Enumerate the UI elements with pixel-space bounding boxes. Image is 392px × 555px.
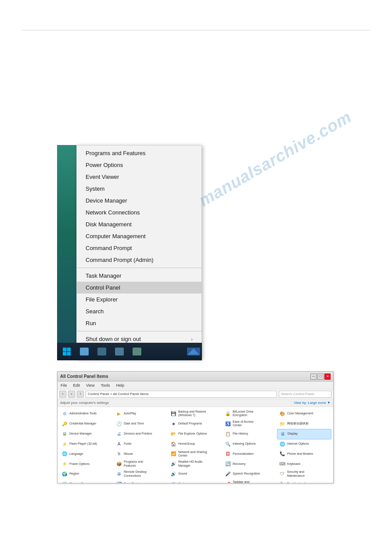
forward-button[interactable]: ›	[68, 391, 75, 398]
menu-item-task-manager[interactable]: Task Manager	[77, 270, 201, 282]
menu-item-label: Disk Management	[86, 221, 132, 228]
cp-window-title: All Control Panel Items	[60, 374, 108, 379]
cp-icon-item[interactable]: 🎨Color Management	[277, 409, 331, 419]
menu-item-run[interactable]: Run	[77, 317, 201, 329]
taskbar-btn-3[interactable]	[94, 345, 110, 359]
address-bar[interactable]: Control Panel > All Control Panel Items	[86, 391, 277, 398]
context-menu: Programs and FeaturesPower OptionsEvent …	[76, 145, 202, 359]
menu-item-power-options[interactable]: Power Options	[77, 159, 201, 171]
cp-subtitle-text: Adjust your computer's settings	[60, 401, 109, 405]
cp-icon-item[interactable]: 📌Taskbar and Navigation	[223, 479, 277, 483]
cp-icon-item[interactable]: 📁网络驱动器映射	[277, 419, 331, 429]
cp-icon-item[interactable]: AFonts	[114, 439, 168, 449]
cp-icon-item[interactable]: 🔒BitLocker Drive Encryption	[223, 409, 277, 419]
cp-icon-item[interactable]: 🔊Sound	[168, 469, 223, 479]
taskbar-btn-5[interactable]	[129, 345, 145, 359]
cp-icon-item[interactable]: ★Default Programs	[168, 419, 223, 429]
cp-icon-label: Device Manager	[69, 432, 92, 435]
cp-icon-item[interactable]: 🖱Mouse	[114, 449, 168, 459]
cp-icon-item[interactable]: 🔊Realtek HD Audio Manager	[168, 459, 223, 469]
cp-icon-item[interactable]: 🖼Personalization	[223, 449, 277, 459]
cp-icon: ⌨	[279, 461, 286, 468]
cp-icon: 🖥	[170, 480, 177, 483]
menu-item-label: Run	[86, 320, 96, 326]
cp-icon-item[interactable]: 🛡Security and Maintenance	[277, 469, 331, 479]
cp-icon-label: Administrative Tools	[69, 412, 97, 415]
cp-icon: ♿	[224, 420, 231, 427]
cp-icon-item[interactable]: 🌍Region	[59, 469, 114, 479]
search-box[interactable]: Search Control Panel	[279, 391, 331, 398]
menu-item-search[interactable]: Search	[77, 305, 201, 317]
cp-icon: ⚙	[61, 410, 68, 417]
cp-icon: 🕐	[115, 420, 122, 427]
menu-item-network-connections[interactable]: Network Connections	[77, 207, 201, 218]
menu-item-disk-management[interactable]: Disk Management	[77, 218, 201, 230]
cp-icon-item[interactable]: ⚙Administrative Tools	[59, 409, 114, 419]
menu-item-computer-management[interactable]: Computer Management	[77, 230, 201, 242]
cp-icon-label: AutoPlay	[124, 412, 136, 415]
menu-item-command-prompt-admin[interactable]: Command Prompt (Admin)	[77, 254, 201, 266]
menu-file[interactable]: File	[59, 383, 68, 388]
menu-item-control-panel[interactable]: Control Panel	[77, 282, 201, 294]
cp-icon-item[interactable]: ⚡Power Options	[59, 459, 114, 469]
menu-help[interactable]: Help	[115, 383, 126, 388]
taskbar-btn-6[interactable]	[187, 348, 200, 355]
menu-item-programs-and-features[interactable]: Programs and Features	[77, 147, 201, 159]
cp-icon-item[interactable]: 📦Programs and Features	[114, 459, 168, 469]
menu-item-system[interactable]: System	[77, 183, 201, 195]
cp-icon-item[interactable]: 🔧Troubleshooting	[277, 479, 331, 483]
cp-icon-item[interactable]: 🌐Language	[59, 449, 114, 459]
menu-item-device-manager[interactable]: Device Manager	[77, 195, 201, 207]
cp-icon-item[interactable]: 🖥Device Manager	[59, 429, 114, 439]
cp-icon-item[interactable]: 🎤Speech Recognition	[223, 469, 277, 479]
cp-view-selector[interactable]: View by: Large icons ▼	[294, 401, 331, 405]
menu-item-label: Network Connections	[86, 209, 140, 216]
cp-icon-item[interactable]: 🖥Remote Desktop Connections	[114, 469, 168, 479]
cp-icon-item[interactable]: 📶Network and Sharing Center	[168, 449, 223, 459]
cp-icon-item[interactable]: ⚡Flash Player (32-bit)	[59, 439, 114, 449]
cp-icon-item[interactable]: 📞Phone and Modem	[277, 449, 331, 459]
cp-icon-item[interactable]: 🕐Date and Time	[114, 419, 168, 429]
cp-icon-item[interactable]: 📂File Explorer Options	[168, 429, 223, 439]
watermark: manualsarchive.com	[196, 107, 355, 210]
cp-icon-item[interactable]: 🔄Recovery	[223, 459, 277, 469]
menu-tools[interactable]: Tools	[99, 383, 111, 388]
menu-item-label: Shut down or sign out	[86, 336, 141, 342]
up-button[interactable]: ↑	[77, 391, 84, 398]
cp-icon: 🛡	[279, 471, 286, 478]
context-menu-screenshot: Programs and FeaturesPower OptionsEvent …	[57, 145, 202, 360]
cp-icon: 🔊	[170, 461, 177, 468]
cp-icon-label: Internet Options	[287, 442, 309, 446]
start-button[interactable]	[59, 345, 75, 359]
cp-icon-item[interactable]: 🌐Internet Options	[277, 439, 331, 449]
cp-icon-item[interactable]: ▶AutoPlay	[114, 409, 168, 419]
cp-icon-item[interactable]: ♿Ease of Access Center	[223, 419, 277, 429]
menu-item-command-prompt[interactable]: Command Prompt	[77, 242, 201, 254]
minimize-button[interactable]: ─	[310, 374, 316, 380]
menu-item-file-explorer[interactable]: File Explorer	[77, 294, 201, 305]
cp-icon-item[interactable]: 📋File History	[223, 429, 277, 439]
cp-icon-item[interactable]: 🔄Sync Center	[114, 479, 168, 483]
cp-icon: 🔧	[279, 480, 286, 483]
taskbar-btn-4[interactable]	[111, 345, 127, 359]
cp-icon-item[interactable]: ⌨Keyboard	[277, 459, 331, 469]
menu-view[interactable]: View	[85, 383, 96, 388]
cp-icon-item[interactable]: 🖥System	[168, 479, 223, 483]
cp-icon-item[interactable]: 🖨Devices and Printers	[114, 429, 168, 439]
cp-icon-item[interactable]: 💾Backup and Restore (Windows 7)	[168, 409, 223, 419]
maximize-button[interactable]: □	[317, 374, 324, 380]
cp-icon-label: Personalization	[233, 452, 254, 456]
bg-left-bar	[57, 145, 79, 360]
cp-icon: ⚡	[61, 461, 68, 468]
close-button[interactable]: ✕	[324, 374, 331, 380]
cp-icon-item[interactable]: 🔍Indexing Options	[223, 439, 277, 449]
cp-icon-item[interactable]: 🔑Credential Manager	[59, 419, 114, 429]
menu-edit[interactable]: Edit	[72, 383, 82, 388]
cp-icon-item[interactable]: 🏠HomeGroup	[168, 439, 223, 449]
taskbar-btn-2[interactable]	[76, 345, 92, 359]
cp-icon: 📶	[170, 450, 177, 457]
cp-icon-item[interactable]: 🖥Display	[277, 429, 331, 439]
cp-icon-item[interactable]: 💿Storage Spaces	[59, 479, 114, 483]
back-button[interactable]: ‹	[59, 391, 66, 398]
menu-item-event-viewer[interactable]: Event Viewer	[77, 171, 201, 183]
